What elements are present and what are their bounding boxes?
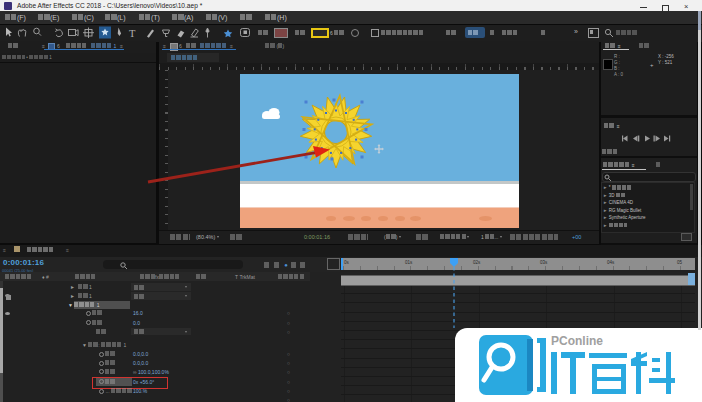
svg-text:T: T [129,28,136,39]
svg-text:PConline: PConline [551,334,603,348]
